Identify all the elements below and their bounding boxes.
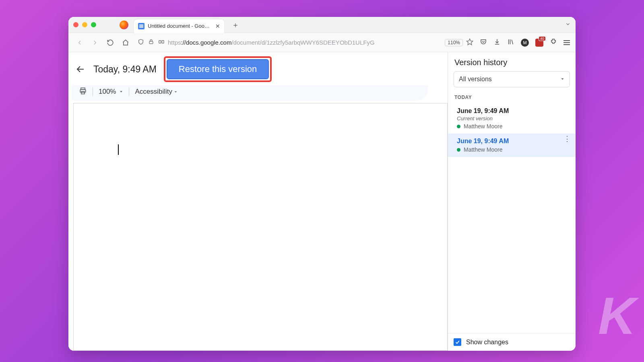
versions-filter-label: All versions [459, 76, 492, 83]
annotation-highlight: Restore this version [164, 56, 272, 82]
version-item-selected[interactable]: June 19, 9:49 AM Matthew Moore ⋮ [448, 134, 576, 157]
tab-title: Untitled document - Google Do [148, 23, 212, 29]
close-window-button[interactable] [73, 22, 78, 27]
browser-window: Untitled document - Google Do ✕ ＋ [68, 17, 576, 351]
address-bar[interactable]: https://docs.google.com/document/d/1zzlz… [135, 38, 476, 47]
versions-filter-select[interactable]: All versions [454, 71, 570, 87]
home-button[interactable] [120, 37, 131, 48]
print-icon[interactable] [79, 87, 87, 97]
back-to-doc-button[interactable] [75, 64, 86, 75]
accessibility-label: Accessibility [135, 88, 172, 96]
version-time: June 19, 9:49 AM [457, 107, 570, 115]
restore-version-button[interactable]: Restore this version [167, 59, 269, 79]
version-header: Today, 9:49 AM Restore this version [68, 52, 448, 85]
caret-down-icon [560, 76, 565, 83]
bookmark-star-icon[interactable] [466, 38, 473, 47]
author-name: Matthew Moore [464, 146, 502, 153]
list-all-tabs-button[interactable] [565, 21, 571, 28]
app-menu-button[interactable] [564, 40, 570, 45]
zoom-value: 100% [99, 88, 116, 96]
version-subtitle: Current version [457, 115, 570, 121]
save-to-pocket-icon[interactable] [480, 38, 487, 47]
divider [129, 87, 129, 96]
version-time: June 19, 9:49 AM [457, 138, 570, 145]
close-tab-button[interactable]: ✕ [215, 23, 220, 29]
divider [93, 87, 93, 96]
accessibility-menu[interactable]: Accessibility [135, 88, 178, 96]
version-more-menu[interactable]: ⋮ [564, 138, 571, 140]
browser-toolbar: https://docs.google.com/document/d/1zzlz… [68, 33, 576, 52]
url-text: https://docs.google.com/document/d/1zzlz… [168, 39, 442, 46]
author-color-dot-icon [457, 125, 460, 128]
document-canvas[interactable] [73, 103, 448, 351]
svg-marker-3 [467, 39, 473, 45]
author-color-dot-icon [457, 148, 460, 152]
ublock-extension-icon[interactable] [535, 39, 543, 47]
sidebar-footer: Show changes [448, 333, 576, 351]
svg-marker-12 [175, 91, 177, 93]
author-name: Matthew Moore [464, 123, 502, 130]
reload-button[interactable] [105, 37, 116, 48]
window-controls [73, 22, 96, 27]
version-history-sidebar: Version history All versions TODAY June … [448, 52, 576, 351]
lock-icon[interactable] [148, 39, 154, 46]
version-author: Matthew Moore [457, 146, 570, 153]
app-content: Today, 9:49 AM Restore this version 100% [68, 52, 576, 351]
account-avatar-icon[interactable]: M [521, 39, 529, 47]
text-caret [118, 144, 119, 155]
version-date-label: Today, 9:49 AM [93, 64, 157, 75]
svg-line-6 [512, 39, 513, 44]
nav-back-button[interactable] [74, 37, 85, 48]
shield-icon[interactable] [138, 39, 144, 47]
version-group-label: TODAY [448, 87, 576, 103]
nav-forward-button[interactable] [89, 37, 101, 48]
watermark: K [598, 286, 636, 346]
minimize-window-button[interactable] [82, 22, 87, 27]
caret-down-icon [174, 88, 178, 96]
version-author: Matthew Moore [457, 123, 570, 130]
browser-tab[interactable]: Untitled document - Google Do ✕ [134, 19, 224, 33]
show-changes-label: Show changes [466, 339, 508, 346]
caret-down-icon [119, 88, 123, 96]
zoom-select[interactable]: 100% [99, 88, 123, 96]
svg-rect-0 [149, 41, 153, 44]
show-changes-checkbox[interactable] [454, 338, 461, 346]
svg-marker-11 [120, 91, 123, 92]
downloads-icon[interactable] [493, 38, 501, 47]
version-item-current[interactable]: June 19, 9:49 AM Current version Matthew… [448, 103, 576, 134]
maximize-window-button[interactable] [91, 22, 96, 27]
zoom-indicator[interactable]: 110% [445, 39, 463, 46]
svg-rect-2 [162, 40, 164, 43]
svg-marker-13 [561, 78, 564, 80]
sidebar-title: Version history [448, 52, 576, 71]
main-pane: Today, 9:49 AM Restore this version 100% [68, 52, 448, 351]
docs-favicon-icon [138, 23, 144, 29]
titlebar: Untitled document - Google Do ✕ ＋ [68, 17, 576, 33]
new-tab-button[interactable]: ＋ [230, 19, 241, 31]
permissions-icon[interactable] [158, 39, 165, 47]
extensions-icon[interactable] [550, 38, 557, 47]
svg-rect-1 [159, 40, 161, 43]
firefox-icon [120, 21, 128, 29]
doc-sub-toolbar: 100% Accessibility [72, 85, 428, 101]
library-icon[interactable] [507, 38, 514, 47]
